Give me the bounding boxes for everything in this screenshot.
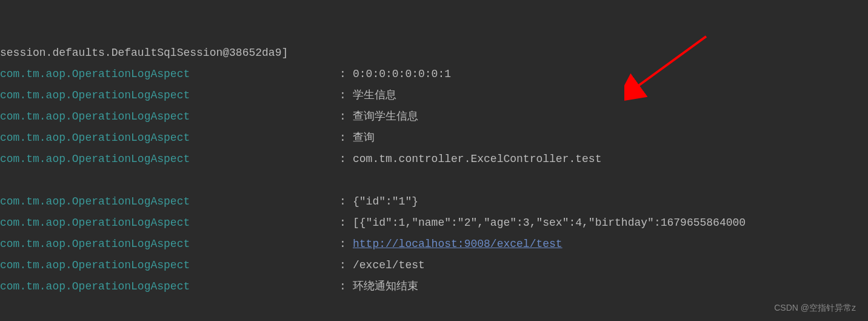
session-log-line: session.defaults.DefaultSqlSession@38652… xyxy=(0,42,868,64)
source-class: com.tm.aop.OperationLogAspect xyxy=(0,276,339,297)
separator: : xyxy=(339,212,353,234)
log-row: com.tm.aop.OperationLogAspect : com.tm.c… xyxy=(0,149,868,170)
separator: : xyxy=(339,106,353,127)
log-message: 查询学生信息 xyxy=(353,106,418,127)
source-class: com.tm.aop.OperationLogAspect xyxy=(0,255,339,276)
log-row: com.tm.aop.OperationLogAspect : {"id":"1… xyxy=(0,191,868,212)
log-message-link[interactable]: http://localhost:9008/excel/test xyxy=(353,234,563,255)
separator: : xyxy=(339,127,353,149)
source-class: com.tm.aop.OperationLogAspect xyxy=(0,149,339,170)
separator: : xyxy=(339,64,353,85)
log-message: 查询 xyxy=(353,127,375,149)
log-row: com.tm.aop.OperationLogAspect : 查询 xyxy=(0,127,868,149)
log-message: 0:0:0:0:0:0:0:1 xyxy=(353,64,451,85)
source-class: com.tm.aop.OperationLogAspect xyxy=(0,234,339,255)
log-row: com.tm.aop.OperationLogAspect : http://l… xyxy=(0,234,868,255)
source-class: com.tm.aop.OperationLogAspect xyxy=(0,106,339,127)
log-row: com.tm.aop.OperationLogAspect : /excel/t… xyxy=(0,255,868,276)
log-message: /excel/test xyxy=(353,255,425,276)
log-message: 学生信息 xyxy=(353,85,396,106)
log-row: com.tm.aop.OperationLogAspect : 环绕通知结束 xyxy=(0,276,868,297)
log-row: com.tm.aop.OperationLogAspect : 0:0:0:0:… xyxy=(0,64,868,85)
watermark: CSDN @空指针异常z xyxy=(774,303,856,314)
separator: : xyxy=(339,149,353,170)
separator: : xyxy=(339,255,353,276)
source-class: com.tm.aop.OperationLogAspect xyxy=(0,64,339,85)
source-class: com.tm.aop.OperationLogAspect xyxy=(0,191,339,212)
source-class: com.tm.aop.OperationLogAspect xyxy=(0,212,339,234)
separator: : xyxy=(339,276,353,297)
empty-line xyxy=(0,170,868,191)
separator: : xyxy=(339,191,353,212)
log-message: com.tm.controller.ExcelController.test xyxy=(353,149,601,170)
separator: : xyxy=(339,85,353,106)
log-row: com.tm.aop.OperationLogAspect : 学生信息 xyxy=(0,85,868,106)
source-class: com.tm.aop.OperationLogAspect xyxy=(0,85,339,106)
log-row: com.tm.aop.OperationLogAspect : [{"id":1… xyxy=(0,212,868,234)
source-class: com.tm.aop.OperationLogAspect xyxy=(0,127,339,149)
log-row: com.tm.aop.OperationLogAspect : 查询学生信息 xyxy=(0,106,868,127)
log-message: 环绕通知结束 xyxy=(353,276,418,297)
log-message: {"id":"1"} xyxy=(353,191,418,212)
log-message: [{"id":1,"name":"2","age":3,"sex":4,"bir… xyxy=(353,212,746,234)
separator: : xyxy=(339,234,353,255)
